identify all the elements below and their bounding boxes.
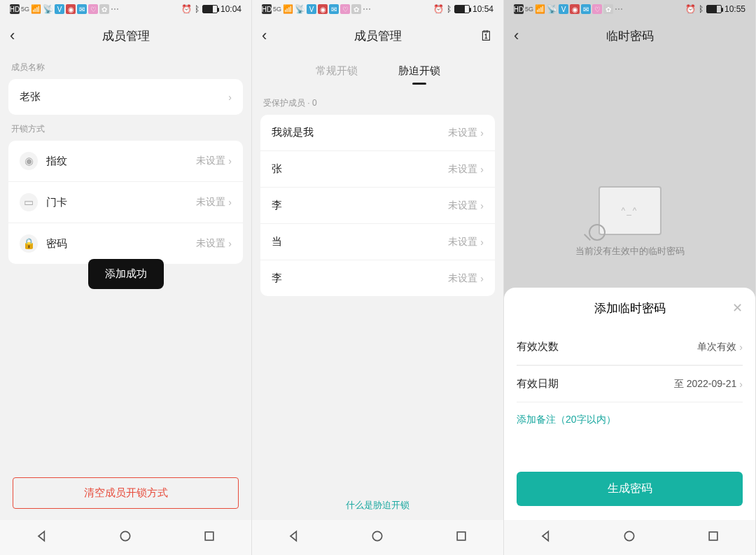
nav-recent-button[interactable] (454, 529, 468, 546)
sheet-title: 添加临时密码 (594, 302, 666, 315)
nav-back-button[interactable] (539, 529, 553, 546)
valid-date-row[interactable]: 有效日期 至 2022-09-21› (517, 365, 743, 402)
app-icon-5: ✿ (603, 4, 613, 14)
member-row[interactable]: 张未设置› (260, 150, 495, 187)
member-status: 未设置 (448, 236, 477, 248)
chevron-right-icon: › (480, 127, 484, 139)
alarm-icon: ⏰ (181, 4, 192, 14)
generate-password-button[interactable]: 生成密码 (517, 472, 743, 506)
what-is-duress-link[interactable]: 什么是胁迫开锁 (252, 499, 503, 512)
alarm-icon: ⏰ (433, 4, 444, 14)
member-name: 李 (272, 272, 282, 285)
wifi-icon: 📡 (43, 4, 53, 14)
protected-members-label: 受保护成员 · 0 (260, 89, 495, 115)
chevron-right-icon: › (480, 164, 484, 175)
member-name-row[interactable]: 老张 › (8, 79, 243, 115)
screen-member-manage-methods: HD 5G 📶 📡 V ◉ ✉ ♡ ✿ ⋯ ⏰ ᛒ 10:04 ‹ 成员管理 成… (0, 0, 252, 555)
add-note-link[interactable]: 添加备注（20字以内） (517, 402, 743, 437)
bluetooth-icon: ᛒ (447, 4, 451, 14)
clock-time: 10:54 (472, 4, 493, 14)
close-icon[interactable]: ✕ (732, 300, 743, 316)
method-fingerprint-row[interactable]: ◉指纹 未设置› (8, 141, 243, 181)
member-row[interactable]: 我就是我未设置› (260, 115, 495, 150)
app-icon-3: ✉ (77, 4, 87, 14)
tab-duress-unlock[interactable]: 胁迫开锁 (396, 60, 443, 82)
valid-count-row[interactable]: 有效次数 单次有效› (517, 329, 743, 365)
member-status: 未设置 (448, 127, 477, 139)
chevron-right-icon: › (480, 200, 484, 211)
valid-date-value: 至 2022-09-21 (674, 378, 737, 391)
android-nav-bar (252, 520, 503, 555)
method-label: 指纹 (46, 155, 67, 168)
bluetooth-icon: ᛒ (195, 4, 200, 14)
nav-back-button[interactable] (35, 529, 49, 546)
member-row[interactable]: 当未设置› (260, 223, 495, 260)
empty-state: 当前没有生效中的临时密码 (504, 186, 755, 258)
nav-back-button[interactable] (287, 529, 301, 546)
clear-methods-button[interactable]: 清空成员开锁方式 (13, 477, 239, 509)
member-row[interactable]: 李未设置› (260, 260, 495, 296)
svg-point-4 (625, 531, 634, 540)
method-value: 未设置 (196, 155, 225, 167)
member-name-label: 成员名称 (8, 53, 243, 79)
app-icon-2: ◉ (318, 4, 328, 14)
screen-member-manage-duress: HD 5G 📶 📡 V ◉ ✉ ♡ ✿ ⋯ ⏰ ᛒ 10:54 ‹ 成员管理 🗓… (252, 0, 504, 555)
member-status: 未设置 (448, 199, 477, 212)
history-icon[interactable]: 🗓 (479, 28, 493, 44)
page-title: 成员管理 (354, 28, 402, 44)
app-icon-5: ✿ (99, 4, 109, 14)
app-icon-3: ✉ (581, 4, 591, 14)
battery-icon (706, 5, 722, 13)
hd-badge: HD (10, 4, 20, 14)
member-status: 未设置 (448, 272, 477, 285)
toast-success: 添加成功 (88, 259, 164, 289)
valid-count-value: 单次有效 (697, 341, 736, 353)
android-nav-bar (504, 520, 755, 555)
member-row[interactable]: 李未设置› (260, 187, 495, 223)
method-card-row[interactable]: ▭门卡 未设置› (8, 181, 243, 223)
chevron-right-icon: › (739, 342, 743, 353)
app-icon-2: ◉ (66, 4, 76, 14)
nav-home-button[interactable] (622, 529, 636, 546)
clock-time: 10:55 (724, 4, 746, 14)
chevron-right-icon: › (739, 379, 743, 390)
chevron-right-icon: › (228, 197, 232, 208)
chevron-right-icon: › (228, 238, 232, 249)
app-icon-3: ✉ (329, 4, 339, 14)
net-label: 5G (21, 6, 29, 13)
member-name-value: 老张 (20, 90, 41, 104)
app-icon-5: ✿ (351, 4, 361, 14)
screen-temp-password: HD 5G 📶 📡 V ◉ ✉ ♡ ✿ ⋯ ⏰ ᛒ 10:55 ‹ 临时密码 当… (504, 0, 756, 555)
nav-home-button[interactable] (118, 529, 132, 546)
method-password-row[interactable]: 🔒密码 未设置› (8, 223, 243, 264)
app-icon-2: ◉ (570, 4, 580, 14)
app-icon-1: V (55, 4, 64, 14)
more-icon: ⋯ (111, 4, 119, 14)
method-label: 密码 (46, 237, 67, 251)
member-name: 当 (272, 235, 282, 248)
nav-recent-button[interactable] (706, 529, 720, 546)
tab-bar: 常规开锁 胁迫开锁 (252, 53, 503, 82)
wifi-icon: 📡 (295, 4, 305, 14)
chevron-right-icon: › (480, 237, 484, 248)
add-temp-password-sheet: 添加临时密码 ✕ 有效次数 单次有效› 有效日期 至 2022-09-21› 添… (504, 288, 755, 555)
back-button[interactable]: ‹ (514, 27, 519, 45)
app-icon-1: V (559, 4, 568, 14)
back-button[interactable]: ‹ (10, 27, 15, 45)
tab-normal-unlock[interactable]: 常规开锁 (313, 60, 360, 82)
chevron-right-icon: › (480, 273, 484, 284)
header: ‹ 临时密码 (504, 18, 755, 53)
nav-recent-button[interactable] (202, 529, 216, 546)
empty-text: 当前没有生效中的临时密码 (575, 245, 685, 258)
signal-icon: 📶 (535, 4, 545, 14)
wifi-icon: 📡 (547, 4, 557, 14)
page-title: 临时密码 (606, 28, 654, 44)
header: ‹ 成员管理 (0, 18, 251, 53)
fingerprint-icon: ◉ (20, 152, 38, 170)
svg-point-2 (373, 531, 382, 540)
nav-home-button[interactable] (370, 529, 384, 546)
back-button[interactable]: ‹ (262, 27, 267, 45)
svg-point-0 (121, 531, 130, 540)
status-bar: HD 5G 📶 📡 V ◉ ✉ ♡ ✿ ⋯ ⏰ ᛒ 10:04 (0, 0, 251, 18)
method-label: 门卡 (46, 196, 67, 209)
